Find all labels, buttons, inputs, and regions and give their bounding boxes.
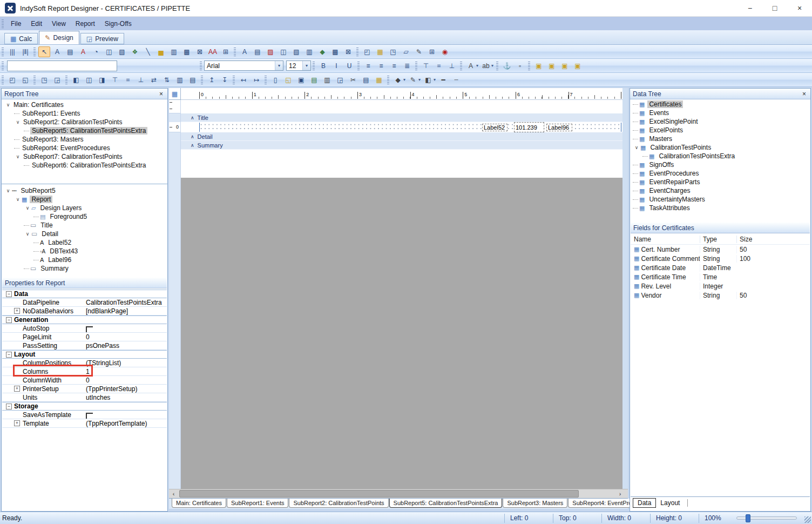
region-tool-icon[interactable]: ◰: [361, 46, 373, 57]
shrink-width-icon[interactable]: ↦: [251, 75, 262, 85]
tree-item[interactable]: ▦EventRepairParts: [631, 178, 810, 186]
label-tool-icon[interactable]: A: [51, 46, 63, 57]
chevron-down-icon[interactable]: ∨: [14, 154, 22, 159]
property-row[interactable]: UnitsutInches: [2, 393, 167, 402]
tree-item[interactable]: ∨▱Design Layers: [2, 204, 167, 212]
shape-tool-icon[interactable]: ❖: [129, 46, 141, 57]
memo-tool-icon[interactable]: ▤: [64, 46, 76, 57]
tree-item[interactable]: ▦Events: [631, 109, 810, 117]
tree-item[interactable]: ▦EventProcedures: [631, 169, 810, 178]
chevron-down-icon[interactable]: ∨: [633, 145, 640, 150]
size-to-grid-icon[interactable]: ◱: [19, 75, 31, 85]
tree-item[interactable]: ∨▪▪▪▪SubReport5: [2, 186, 167, 195]
dbcheckbox-tool-icon[interactable]: ⊠: [342, 46, 354, 57]
valign-top-icon[interactable]: ⊤: [420, 61, 432, 71]
align-centers-icon[interactable]: ◫: [83, 75, 95, 85]
barcode-tool-icon[interactable]: ▥: [168, 46, 180, 57]
collapse-icon[interactable]: −: [6, 291, 12, 297]
expand-icon[interactable]: +: [14, 420, 20, 426]
new-report-icon[interactable]: ▯: [269, 75, 281, 85]
line-tool-icon[interactable]: ╲: [142, 46, 154, 57]
property-checkbox[interactable]: [86, 413, 93, 419]
line-style-icon[interactable]: ┄: [450, 75, 462, 85]
cut-icon[interactable]: ✂: [347, 75, 359, 85]
collapse-icon[interactable]: −: [6, 352, 12, 358]
line-thickness-icon[interactable]: ━: [437, 75, 449, 85]
align-lefts-icon[interactable]: ◧: [70, 75, 82, 85]
fields-col-name[interactable]: Name: [631, 236, 700, 243]
close-button[interactable]: ×: [787, 0, 812, 17]
center-horizontally-icon[interactable]: ▥: [174, 75, 186, 85]
title-band-header[interactable]: ∧ Title: [181, 113, 622, 122]
chevron-down-icon[interactable]: ▾: [418, 77, 421, 82]
frame-icon[interactable]: ▫: [514, 61, 526, 71]
chevron-down-icon[interactable]: ▾: [275, 61, 283, 70]
save-report-icon[interactable]: ▣: [295, 75, 307, 85]
select-tool-icon[interactable]: ↖: [38, 46, 50, 57]
label-component[interactable]: Label52: [482, 124, 508, 131]
richtext-tool-icon[interactable]: A: [77, 46, 89, 57]
send-to-back-icon[interactable]: ▣: [546, 61, 558, 71]
page-tab[interactable]: Main: Certificates: [172, 499, 226, 508]
property-row[interactable]: AutoStop: [2, 324, 167, 333]
page-tab[interactable]: SubReport5: CalibrationTestPointsExtra: [389, 499, 503, 508]
tree-item[interactable]: ▦Certificates: [631, 100, 810, 109]
property-row[interactable]: PassSettingpsOnePass: [2, 341, 167, 350]
space-horizontally-icon[interactable]: ⇄: [148, 75, 160, 85]
property-row[interactable]: +NoDataBehaviors[ndBlankPage]: [2, 307, 167, 315]
grow-width-icon[interactable]: ↤: [238, 75, 249, 85]
tree-item[interactable]: ▦CalibrationTestPointsExtra: [631, 152, 810, 160]
dbrichtext-tool-icon[interactable]: ▨: [265, 46, 276, 57]
tab-calc[interactable]: ▦Calc: [4, 33, 38, 44]
bold-button[interactable]: B: [317, 61, 329, 71]
tree-item[interactable]: ▦UncertaintyMasters: [631, 195, 810, 204]
tree-item[interactable]: ▦EventCharges: [631, 186, 810, 195]
font-size-select[interactable]: 12 ▾: [286, 61, 311, 71]
page-tab[interactable]: SubReport2: CalibrationTestPoints: [289, 499, 388, 508]
field-row[interactable]: ▦VendorString50: [631, 291, 810, 300]
tree-item[interactable]: ALabel96: [2, 256, 167, 264]
align-bottoms-icon[interactable]: ⊥: [135, 75, 147, 85]
field-row[interactable]: ▦Certificate TimeTime: [631, 272, 810, 281]
detail-band-header[interactable]: ∧ Detail: [181, 132, 622, 141]
tree-item[interactable]: ∨▦Report: [2, 195, 167, 204]
valign-bottom-icon[interactable]: ⊥: [446, 61, 458, 71]
fields-col-size[interactable]: Size: [736, 236, 761, 243]
collapse-icon[interactable]: −: [6, 404, 12, 409]
tree-item[interactable]: SubReport5: CalibrationTestPointsExtra: [2, 126, 167, 135]
chart-tool-icon[interactable]: ▅: [155, 46, 167, 57]
fill-color-icon[interactable]: ◆: [392, 75, 404, 85]
print-icon[interactable]: ▥: [321, 75, 333, 85]
menu-edit[interactable]: Edit: [26, 18, 47, 29]
scrollbar-thumb[interactable]: [179, 490, 579, 498]
tree-splitter[interactable]: [2, 184, 167, 184]
chevron-down-icon[interactable]: ∨: [14, 119, 22, 125]
valign-middle-icon[interactable]: =: [433, 61, 445, 71]
image-tool-icon[interactable]: ▧: [116, 46, 128, 57]
align-middles-icon[interactable]: =: [122, 75, 134, 85]
format-painter-icon[interactable]: ✎: [413, 46, 425, 57]
tree-item[interactable]: ▦ExcelSinglePoint: [631, 117, 810, 126]
print-preview-icon[interactable]: ◲: [334, 75, 346, 85]
tab-layout[interactable]: Layout: [656, 499, 684, 507]
chevron-down-icon[interactable]: ▾: [434, 77, 436, 82]
font-name-select[interactable]: Arial ▾: [204, 61, 283, 71]
dbbarcode-tool-icon[interactable]: ▥: [303, 46, 315, 57]
field-row[interactable]: ▦Cert. NumberString50: [631, 245, 810, 254]
property-row[interactable]: +PrinterSetup(TppPrinterSetup): [2, 385, 167, 393]
menu-view[interactable]: View: [47, 18, 71, 29]
dbmemo-tool-icon[interactable]: ▤: [252, 46, 263, 57]
tree-item[interactable]: ▦Masters: [631, 135, 810, 143]
grid-tool-icon[interactable]: ⊞: [426, 46, 438, 57]
detail-band-content[interactable]: Label52101.239Label96: [181, 122, 622, 132]
tree-item[interactable]: ▭Title: [2, 221, 167, 230]
chevron-down-icon[interactable]: ▾: [491, 63, 493, 68]
tree-item[interactable]: SubReport4: EventProcedures: [2, 144, 167, 152]
align-center-icon[interactable]: ≡: [375, 61, 387, 71]
expand-icon[interactable]: +: [14, 308, 20, 314]
align-tops-icon[interactable]: ⊤: [109, 75, 121, 85]
subreport-tool-icon[interactable]: ▦: [374, 46, 386, 57]
align-left-icon[interactable]: ≡: [362, 61, 374, 71]
tab-data[interactable]: Data: [633, 498, 656, 508]
minimize-button[interactable]: −: [737, 0, 762, 17]
